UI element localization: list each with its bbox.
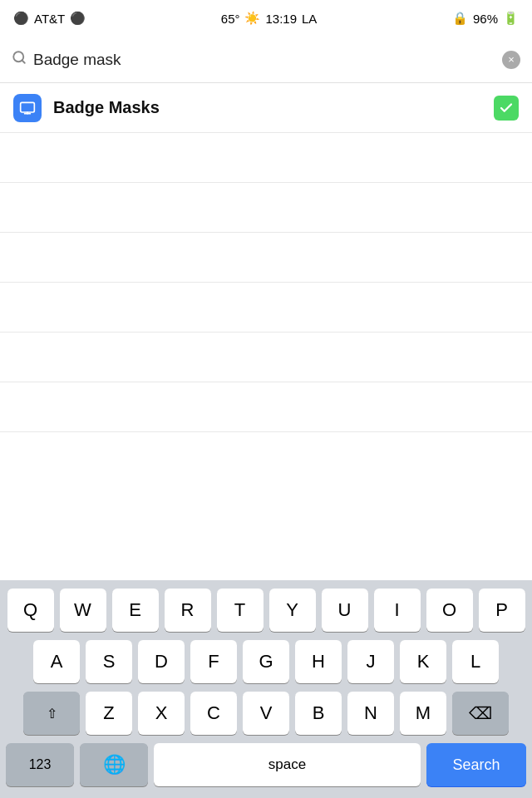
key-x[interactable]: X [138, 692, 185, 735]
search-key[interactable]: Search [426, 743, 526, 786]
search-icon [12, 50, 27, 69]
clear-icon: × [508, 53, 515, 66]
status-right: 🔒 96% 🔋 [452, 11, 519, 26]
search-label: Search [452, 756, 500, 774]
svg-line-1 [22, 60, 24, 62]
key-f[interactable]: F [190, 640, 237, 683]
key-b[interactable]: B [295, 692, 342, 735]
globe-key[interactable]: 🌐 [80, 743, 148, 786]
keyboard-row-3: ⇧ Z X C V B N M ⌫ [0, 692, 532, 735]
keyboard-row-1: Q W E R T Y U I O P [0, 589, 532, 632]
battery-label: 96% [473, 12, 498, 26]
key-q[interactable]: Q [7, 589, 54, 632]
shift-key[interactable]: ⇧ [23, 692, 80, 735]
carrier-label: AT&T [34, 12, 65, 26]
numbers-label: 123 [29, 757, 52, 772]
battery-icon: 🔋 [503, 11, 519, 26]
status-left: ⚫ AT&T ⚫ [13, 11, 86, 26]
keyboard: Q W E R T Y U I O P A S D F G H J K L ⇧ … [0, 580, 532, 798]
key-k[interactable]: K [400, 640, 446, 683]
city-label: LA [302, 12, 317, 26]
key-d[interactable]: D [138, 640, 185, 683]
search-clear-button[interactable]: × [502, 51, 520, 69]
numbers-key[interactable]: 123 [6, 743, 74, 786]
carrier-icon: ⚫ [13, 11, 29, 26]
result-app-icon [13, 94, 42, 122]
key-t[interactable]: T [217, 589, 264, 632]
empty-row-2 [0, 183, 532, 233]
key-g[interactable]: G [243, 640, 289, 683]
key-p[interactable]: P [479, 589, 525, 632]
empty-row-6 [0, 382, 532, 432]
key-c[interactable]: C [190, 692, 237, 735]
empty-row-5 [0, 332, 532, 382]
key-s[interactable]: S [86, 640, 132, 683]
search-bar[interactable]: Badge mask × [0, 37, 532, 83]
dot-icon: ⚫ [70, 11, 86, 26]
globe-icon: 🌐 [103, 754, 126, 776]
key-e[interactable]: E [112, 589, 159, 632]
key-n[interactable]: N [347, 692, 394, 735]
key-u[interactable]: U [322, 589, 368, 632]
backspace-icon: ⌫ [469, 703, 492, 723]
keyboard-row-2: A S D F G H J K L [0, 640, 532, 683]
space-key[interactable]: space [154, 743, 421, 786]
key-v[interactable]: V [243, 692, 289, 735]
svg-rect-2 [21, 102, 35, 112]
temperature-label: 65° [221, 12, 240, 26]
key-h[interactable]: H [295, 640, 342, 683]
status-bar: ⚫ AT&T ⚫ 65° ☀️ 13:19 LA 🔒 96% 🔋 [0, 0, 532, 37]
empty-row-1 [0, 133, 532, 183]
sun-icon: ☀️ [244, 11, 260, 26]
key-m[interactable]: M [400, 692, 446, 735]
space-label: space [268, 756, 306, 773]
key-r[interactable]: R [165, 589, 211, 632]
key-o[interactable]: O [426, 589, 473, 632]
key-j[interactable]: J [347, 640, 394, 683]
empty-row-4 [0, 283, 532, 332]
time-label: 13:19 [265, 12, 297, 26]
result-checkmark [494, 96, 519, 121]
key-w[interactable]: W [60, 589, 106, 632]
key-l[interactable]: L [452, 640, 499, 683]
key-y[interactable]: Y [269, 589, 316, 632]
search-input-value[interactable]: Badge mask [33, 51, 502, 69]
lock-icon: 🔒 [452, 11, 468, 26]
result-row[interactable]: Badge Masks [0, 83, 532, 133]
result-label: Badge Masks [53, 98, 494, 117]
results-area: Badge Masks [0, 83, 532, 432]
keyboard-bottom-row: 123 🌐 space Search [0, 743, 532, 798]
empty-row-3 [0, 233, 532, 283]
key-a[interactable]: A [33, 640, 80, 683]
key-i[interactable]: I [374, 589, 421, 632]
status-center: 65° ☀️ 13:19 LA [221, 11, 318, 26]
key-z[interactable]: Z [86, 692, 132, 735]
backspace-key[interactable]: ⌫ [452, 692, 509, 735]
